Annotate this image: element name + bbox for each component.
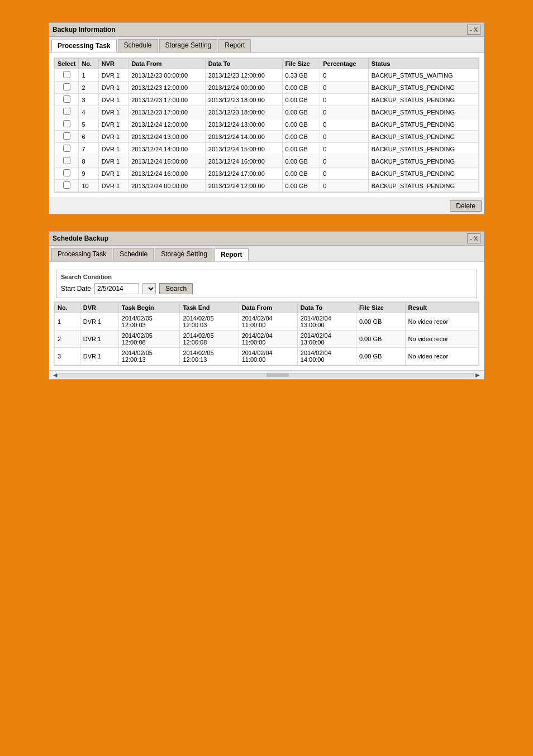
row-file-size: 0.00 GB [282, 118, 320, 131]
panel2-tabs-bar: Processing Task Schedule Storage Setting… [49, 246, 484, 262]
row-data-from: 2013/12/23 17:00:00 [129, 106, 206, 118]
panel2-tab-report[interactable]: Report [215, 248, 249, 261]
row-status: BACKUP_STATUS_PENDING [368, 82, 478, 94]
row-percentage: 0 [320, 82, 368, 94]
scroll-left-arrow[interactable]: ◀ [51, 372, 59, 378]
scroll-right-arrow[interactable]: ▶ [474, 372, 482, 378]
row-percentage: 0 [320, 168, 368, 180]
table-row: 9 DVR 1 2013/12/24 16:00:00 2013/12/24 1… [55, 168, 479, 180]
row-select[interactable] [55, 155, 79, 168]
row2-dvr: DVR 1 [80, 331, 118, 348]
table-row: 1 DVR 1 2013/12/23 00:00:00 2013/12/23 1… [55, 69, 479, 82]
col2-data-to: Data To [297, 303, 356, 313]
row-data-to: 2013/12/24 15:00:00 [205, 143, 282, 155]
tab-schedule[interactable]: Schedule [118, 39, 158, 52]
row-select[interactable] [55, 118, 79, 131]
col-data-to: Data To [205, 59, 282, 69]
row-select[interactable] [55, 131, 79, 143]
row-percentage: 0 [320, 180, 368, 192]
start-date-input[interactable] [94, 283, 139, 294]
table-row: 7 DVR 1 2013/12/24 14:00:00 2013/12/24 1… [55, 143, 479, 155]
tab-report[interactable]: Report [218, 39, 251, 52]
col2-file-size: File Size [356, 303, 405, 313]
row-select[interactable] [55, 168, 79, 180]
row-file-size: 0.00 GB [282, 180, 320, 192]
row-data-to: 2013/12/24 13:00:00 [205, 118, 282, 131]
table-row: 5 DVR 1 2013/12/24 12:00:00 2013/12/24 1… [55, 118, 479, 131]
row-nvr: DVR 1 [98, 94, 128, 106]
row-select[interactable] [55, 180, 79, 192]
col-nvr: NVR [98, 59, 128, 69]
row2-task-end: 2014/02/0512:00:08 [180, 331, 239, 348]
start-date-dropdown[interactable] [142, 283, 156, 294]
row-select[interactable] [55, 94, 79, 106]
row2-data-from: 2014/02/0411:00:00 [239, 331, 297, 348]
col-no: No. [79, 59, 98, 69]
col2-dvr: DVR [80, 303, 118, 313]
row-status: BACKUP_STATUS_PENDING [368, 106, 478, 118]
row-data-from: 2013/12/24 14:00:00 [129, 143, 206, 155]
row-select[interactable] [55, 143, 79, 155]
row-data-from: 2013/12/23 00:00:00 [129, 69, 206, 82]
row-status: BACKUP_STATUS_WAITING [368, 69, 478, 82]
col2-task-end: Task End [180, 303, 239, 313]
panel2-content: Search Condition Start Date Search No. D… [49, 262, 484, 370]
row2-file-size: 0.00 GB [356, 348, 405, 365]
scrollbar-track[interactable] [59, 373, 474, 377]
row2-task-end: 2014/02/0512:00:03 [180, 313, 239, 331]
panel1-tabs-bar: Processing Task Schedule Storage Setting… [49, 37, 484, 53]
col-status: Status [368, 59, 478, 69]
row-select[interactable] [55, 69, 79, 82]
table-row: 6 DVR 1 2013/12/24 13:00:00 2013/12/24 1… [55, 131, 479, 143]
backup-information-panel: Backup Information - X Processing Task S… [49, 22, 484, 214]
row-select[interactable] [55, 106, 79, 118]
panel2-scrollbar[interactable]: ◀ ▶ [49, 370, 484, 379]
col2-data-from: Data From [239, 303, 297, 313]
delete-button[interactable]: Delete [450, 200, 482, 212]
row-data-from: 2013/12/24 00:00:00 [129, 180, 206, 192]
row-nvr: DVR 1 [98, 82, 128, 94]
panel1-table-scroll[interactable]: Select No. NVR Data From Data To File Si… [54, 58, 479, 193]
row-data-from: 2013/12/24 15:00:00 [129, 155, 206, 168]
panel1-table: Select No. NVR Data From Data To File Si… [54, 58, 479, 192]
col2-result: Result [405, 303, 478, 313]
row2-task-end: 2014/02/0512:00:13 [180, 348, 239, 365]
panel1-close-button[interactable]: - X [467, 25, 480, 35]
row-data-to: 2013/12/23 18:00:00 [205, 106, 282, 118]
tab-storage-setting[interactable]: Storage Setting [159, 39, 218, 52]
panel2-tab-storage-setting[interactable]: Storage Setting [155, 248, 213, 261]
table-row: 1 DVR 1 2014/02/0512:00:03 2014/02/0512:… [55, 313, 479, 331]
row-percentage: 0 [320, 118, 368, 131]
row-status: BACKUP_STATUS_PENDING [368, 155, 478, 168]
row-no: 1 [79, 69, 98, 82]
panel2-tab-schedule[interactable]: Schedule [113, 248, 154, 261]
row-data-to: 2013/12/24 17:00:00 [205, 168, 282, 180]
row-file-size: 0.00 GB [282, 131, 320, 143]
tab-processing-task[interactable]: Processing Task [51, 40, 117, 52]
col-select: Select [55, 59, 79, 69]
table-row: 8 DVR 1 2013/12/24 15:00:00 2013/12/24 1… [55, 155, 479, 168]
row-file-size: 0.00 GB [282, 106, 320, 118]
row2-file-size: 0.00 GB [356, 331, 405, 348]
scrollbar-thumb[interactable] [266, 374, 289, 377]
row2-result: No video recor [405, 331, 478, 348]
panel2-close-button[interactable]: - X [467, 233, 480, 243]
row-data-from: 2013/12/24 12:00:00 [129, 118, 206, 131]
panel1-delete-bar: Delete [49, 197, 484, 214]
row2-no: 2 [55, 331, 80, 348]
panel1-content: Select No. NVR Data From Data To File Si… [49, 53, 484, 197]
row-data-from: 2013/12/23 17:00:00 [129, 94, 206, 106]
search-button[interactable]: Search [159, 283, 193, 294]
row-no: 6 [79, 131, 98, 143]
row2-data-to: 2014/02/0413:00:00 [297, 313, 356, 331]
row-select[interactable] [55, 82, 79, 94]
row-percentage: 0 [320, 94, 368, 106]
row-status: BACKUP_STATUS_PENDING [368, 94, 478, 106]
row2-data-to: 2014/02/0414:00:00 [297, 348, 356, 365]
panel2-tab-processing-task[interactable]: Processing Task [51, 248, 112, 261]
row-file-size: 0.00 GB [282, 94, 320, 106]
row-percentage: 0 [320, 143, 368, 155]
schedule-backup-panel: Schedule Backup - X Processing Task Sche… [49, 231, 484, 380]
row-nvr: DVR 1 [98, 106, 128, 118]
row2-file-size: 0.00 GB [356, 313, 405, 331]
